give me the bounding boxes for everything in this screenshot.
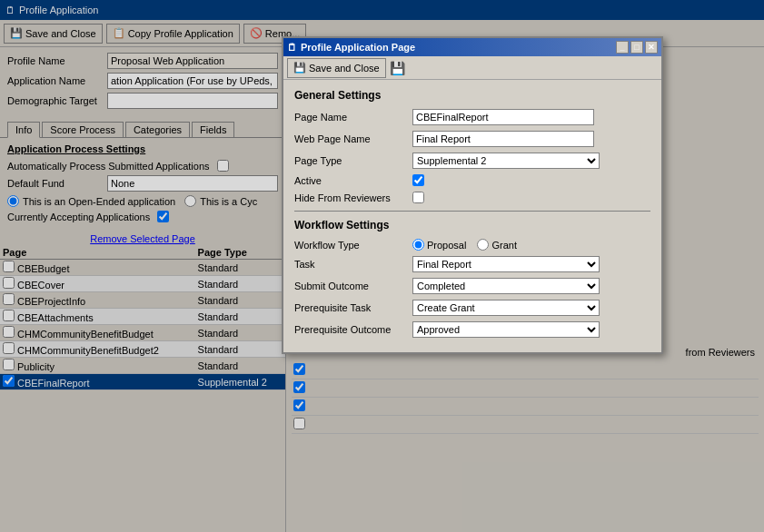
general-settings-title: General Settings	[294, 89, 650, 102]
prerequisite-outcome-select[interactable]: Approved Denied Completed Pending	[412, 321, 600, 338]
grant-radio[interactable]	[477, 239, 489, 251]
modal-title-icon: 🗒	[287, 42, 297, 53]
hide-reviewers-label: Hide From Reviewers	[294, 192, 412, 203]
modal-save-close-button[interactable]: 💾 Save and Close	[287, 58, 386, 78]
prerequisite-task-select[interactable]: Create Grant Initial Report Site Visit	[412, 300, 600, 316]
proposal-label: Proposal	[427, 240, 466, 251]
web-page-name-row: Web Page Name	[294, 131, 650, 147]
modal-title-bar: 🗒 Profile Application Page _ □ ✕	[283, 38, 661, 56]
modal-save-icon2: 💾	[390, 61, 405, 75]
submit-outcome-select[interactable]: Completed Pending Approved Denied	[412, 278, 600, 294]
grant-radio-label: Grant	[477, 239, 517, 251]
active-row: Active	[294, 174, 650, 186]
workflow-type-label: Workflow Type	[294, 240, 412, 251]
prerequisite-outcome-label: Prerequisite Outcome	[294, 324, 412, 335]
proposal-radio-label: Proposal	[412, 239, 466, 251]
modal-save-icon: 💾	[293, 62, 306, 74]
page-type-label: Page Type	[294, 155, 412, 166]
prerequisite-outcome-row: Prerequisite Outcome Approved Denied Com…	[294, 321, 650, 338]
active-label: Active	[294, 175, 412, 186]
profile-application-page-modal: 🗒 Profile Application Page _ □ ✕ 💾 Save …	[282, 36, 663, 354]
hide-reviewers-row: Hide From Reviewers	[294, 192, 650, 203]
workflow-radio-group: Proposal Grant	[412, 239, 517, 251]
modal-content: General Settings Page Name Web Page Name…	[283, 80, 661, 352]
submit-outcome-label: Submit Outcome	[294, 281, 412, 291]
prerequisite-task-row: Prerequisite Task Create Grant Initial R…	[294, 300, 650, 316]
modal-minimize-button[interactable]: _	[616, 41, 629, 54]
modal-toolbar: 💾 Save and Close 💾	[283, 56, 661, 80]
modal-close-button[interactable]: ✕	[645, 41, 658, 54]
modal-title: Profile Application Page	[301, 42, 415, 53]
modal-maximize-button[interactable]: □	[630, 41, 643, 54]
task-row: Task Final Report Initial Report Site Vi…	[294, 256, 650, 272]
page-name-label: Page Name	[294, 112, 412, 123]
web-page-name-input[interactable]	[412, 131, 594, 147]
task-select[interactable]: Final Report Initial Report Site Visit	[412, 256, 600, 272]
page-type-select[interactable]: Supplemental 2 Standard Supplemental 1 S…	[412, 153, 600, 169]
page-type-row: Page Type Supplemental 2 Standard Supple…	[294, 153, 650, 169]
workflow-type-row: Workflow Type Proposal Grant	[294, 239, 650, 251]
modal-divider	[294, 211, 650, 212]
hide-reviewers-checkbox[interactable]	[412, 192, 424, 203]
page-name-row: Page Name	[294, 109, 650, 125]
prerequisite-task-label: Prerequisite Task	[294, 302, 412, 313]
active-checkbox[interactable]	[412, 174, 424, 186]
web-page-name-label: Web Page Name	[294, 133, 412, 144]
proposal-radio[interactable]	[412, 239, 424, 251]
modal-controls: _ □ ✕	[616, 41, 658, 54]
workflow-settings-title: Workflow Settings	[294, 219, 650, 232]
grant-label: Grant	[491, 240, 517, 251]
page-name-input[interactable]	[412, 109, 594, 125]
task-label: Task	[294, 259, 412, 270]
submit-outcome-row: Submit Outcome Completed Pending Approve…	[294, 278, 650, 294]
